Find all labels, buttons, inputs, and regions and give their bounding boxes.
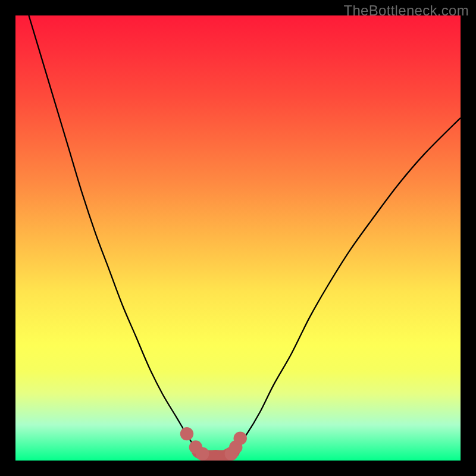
valley-marker: [180, 427, 193, 440]
right-curve: [234, 118, 461, 452]
valley-marker: [196, 447, 209, 461]
chart-area: [15, 15, 461, 461]
chart-svg: [15, 15, 461, 461]
left-curve: [29, 15, 198, 452]
valley-marker: [234, 431, 247, 444]
watermark-text: TheBottleneck.com: [343, 2, 469, 19]
